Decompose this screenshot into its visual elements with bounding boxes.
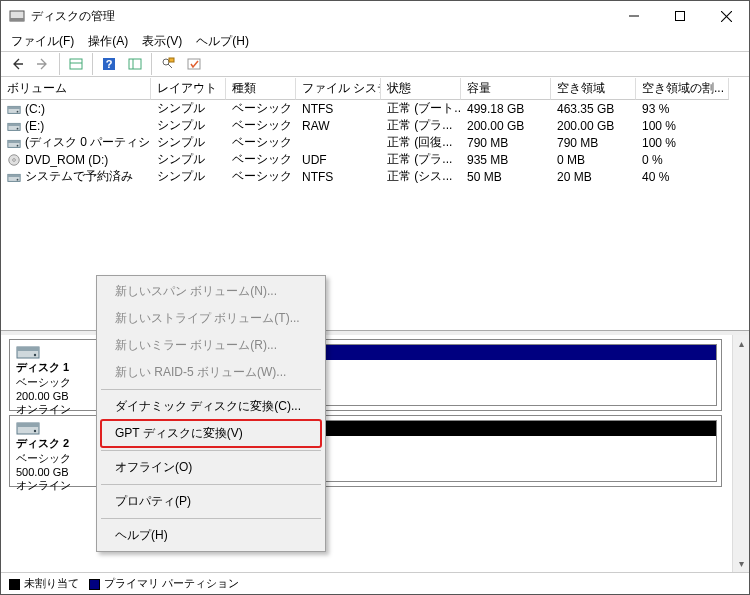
context-menu-item[interactable]: GPT ディスクに変換(V) — [99, 420, 323, 447]
svg-rect-31 — [17, 347, 39, 351]
help-button[interactable]: ? — [97, 53, 121, 75]
volume-free: 463.35 GB — [551, 102, 636, 116]
context-menu-item[interactable]: オフライン(O) — [99, 454, 323, 481]
volume-pct: 100 % — [636, 136, 729, 150]
col-capacity[interactable]: 容量 — [461, 78, 551, 100]
context-menu-item: 新しいストライプ ボリューム(T)... — [99, 305, 323, 332]
disk-icon — [16, 420, 40, 436]
svg-rect-3 — [676, 12, 685, 21]
volume-capacity: 935 MB — [461, 153, 551, 167]
legend-primary: プライマリ パーティション — [89, 576, 239, 591]
menu-separator — [101, 484, 321, 485]
menu-separator — [101, 518, 321, 519]
svg-rect-17 — [8, 106, 20, 109]
check-button[interactable] — [182, 53, 206, 75]
volume-layout: シンプル — [151, 100, 226, 117]
context-menu-item[interactable]: ダイナミック ディスクに変換(C)... — [99, 393, 323, 420]
forward-button[interactable] — [31, 53, 55, 75]
svg-point-21 — [17, 127, 19, 129]
menu-separator — [101, 389, 321, 390]
col-volume[interactable]: ボリューム — [1, 78, 151, 100]
view-pane-button[interactable] — [64, 53, 88, 75]
col-pct[interactable]: 空き領域の割... — [636, 78, 729, 100]
disk-kind: ベーシック — [16, 375, 94, 390]
context-menu-item[interactable]: ヘルプ(H) — [99, 522, 323, 549]
menu-action[interactable]: 操作(A) — [82, 32, 134, 51]
disk-state: オンライン — [16, 402, 94, 417]
svg-point-35 — [34, 430, 36, 432]
drive-icon — [7, 136, 21, 150]
svg-point-24 — [17, 144, 19, 146]
svg-rect-1 — [10, 18, 24, 21]
menubar: ファイル(F) 操作(A) 表示(V) ヘルプ(H) — [1, 31, 749, 51]
refresh-button[interactable] — [123, 53, 147, 75]
col-type[interactable]: 種類 — [226, 78, 296, 100]
disc-icon — [7, 153, 21, 167]
svg-rect-20 — [8, 123, 20, 126]
disk-size: 500.00 GB — [16, 466, 94, 478]
svg-point-26 — [13, 158, 16, 161]
drive-icon — [7, 119, 21, 133]
scroll-up-icon[interactable]: ▴ — [733, 335, 749, 352]
menu-separator — [101, 450, 321, 451]
disk-icon — [16, 344, 40, 360]
volume-row[interactable]: (ディスク 0 パーティシ...シンプルベーシック正常 (回復...790 MB… — [1, 134, 749, 151]
volume-type: ベーシック — [226, 168, 296, 185]
svg-line-13 — [168, 64, 172, 68]
back-button[interactable] — [5, 53, 29, 75]
maximize-button[interactable] — [657, 1, 703, 31]
volume-capacity: 790 MB — [461, 136, 551, 150]
volume-layout: シンプル — [151, 134, 226, 151]
volume-fs: NTFS — [296, 170, 381, 184]
volume-status: 正常 (シス... — [381, 168, 461, 185]
volume-capacity: 200.00 GB — [461, 119, 551, 133]
volume-type: ベーシック — [226, 134, 296, 151]
scroll-down-icon[interactable]: ▾ — [733, 555, 749, 572]
volume-name: (C:) — [25, 102, 45, 116]
volume-pct: 40 % — [636, 170, 729, 184]
svg-text:?: ? — [106, 58, 113, 70]
menu-view[interactable]: 表示(V) — [136, 32, 188, 51]
legend: 未割り当て プライマリ パーティション — [1, 572, 749, 594]
volume-row[interactable]: (E:)シンプルベーシックRAW正常 (プラ...200.00 GB200.00… — [1, 117, 749, 134]
volume-type: ベーシック — [226, 151, 296, 168]
drive-icon — [7, 102, 21, 116]
disk-name: ディスク 1 — [16, 360, 94, 375]
volume-pct: 93 % — [636, 102, 729, 116]
volume-row[interactable]: DVD_ROM (D:)シンプルベーシックUDF正常 (プラ...935 MB0… — [1, 151, 749, 168]
close-button[interactable] — [703, 1, 749, 31]
volume-name: (ディスク 0 パーティシ... — [25, 134, 151, 151]
col-status[interactable]: 状態 — [381, 78, 461, 100]
volume-status: 正常 (プラ... — [381, 117, 461, 134]
volume-name: システムで予約済み — [25, 168, 133, 185]
svg-point-29 — [17, 178, 19, 180]
volume-type: ベーシック — [226, 100, 296, 117]
context-menu-item[interactable]: プロパティ(P) — [99, 488, 323, 515]
menu-file[interactable]: ファイル(F) — [5, 32, 80, 51]
svg-rect-6 — [70, 59, 82, 69]
settings-button[interactable] — [156, 53, 180, 75]
disk-kind: ベーシック — [16, 451, 94, 466]
volume-pct: 100 % — [636, 119, 729, 133]
context-menu: 新しいスパン ボリューム(N)...新しいストライプ ボリューム(T)...新し… — [96, 275, 326, 552]
disk-info: ディスク 1ベーシック200.00 GBオンライン — [10, 340, 100, 410]
volume-fs: RAW — [296, 119, 381, 133]
titlebar: ディスクの管理 — [1, 1, 749, 31]
context-menu-item: 新しいミラー ボリューム(R)... — [99, 332, 323, 359]
disk-info: ディスク 2ベーシック500.00 GBオンライン — [10, 416, 100, 486]
volume-free: 200.00 GB — [551, 119, 636, 133]
col-layout[interactable]: レイアウト — [151, 78, 226, 100]
volume-row[interactable]: システムで予約済みシンプルベーシックNTFS正常 (シス...50 MB20 M… — [1, 168, 749, 185]
toolbar: ? — [1, 51, 749, 77]
context-menu-item: 新しい RAID-5 ボリューム(W)... — [99, 359, 323, 386]
window-controls — [611, 1, 749, 31]
volume-row[interactable]: (C:)シンプルベーシックNTFS正常 (ブート...499.18 GB463.… — [1, 100, 749, 117]
menu-help[interactable]: ヘルプ(H) — [190, 32, 255, 51]
col-free[interactable]: 空き領域 — [551, 78, 636, 100]
minimize-button[interactable] — [611, 1, 657, 31]
disk-management-window: ディスクの管理 ファイル(F) 操作(A) 表示(V) ヘルプ(H) ? ボリュ… — [0, 0, 750, 595]
volume-layout: シンプル — [151, 168, 226, 185]
col-fs[interactable]: ファイル システム — [296, 78, 381, 100]
svg-rect-28 — [8, 174, 20, 177]
scrollbar[interactable]: ▴ ▾ — [732, 335, 749, 572]
